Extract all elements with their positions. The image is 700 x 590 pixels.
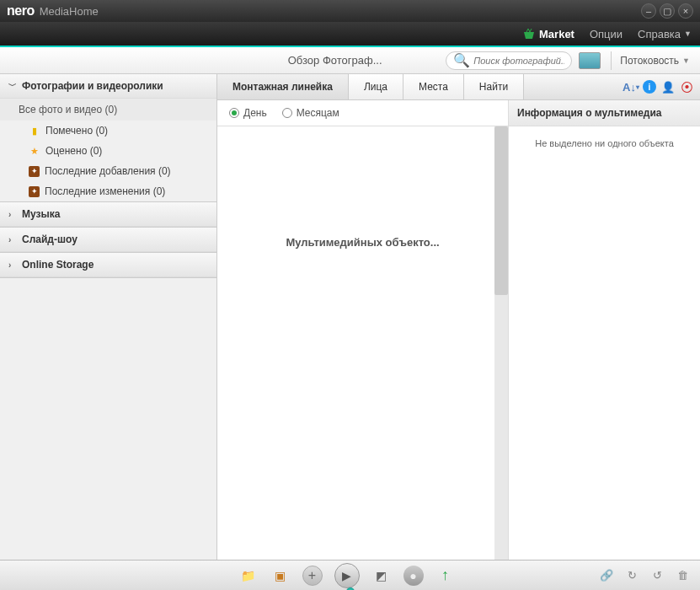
person-icon[interactable]: 👤 bbox=[661, 80, 675, 94]
add-folder-button[interactable]: 📁 bbox=[238, 566, 259, 586]
product-text: MediaHome bbox=[40, 5, 99, 18]
radio-icon bbox=[282, 108, 292, 118]
brand-text: nero bbox=[7, 3, 35, 19]
basket-icon bbox=[522, 28, 536, 40]
market-link[interactable]: Market bbox=[522, 28, 574, 40]
sidebar-item-tagged[interactable]: ▮ Помечено (0) bbox=[0, 121, 216, 141]
upload-button[interactable]: ↑ bbox=[435, 566, 456, 586]
search-icon: 🔍 bbox=[453, 52, 470, 68]
info-panel: Информация о мультимедиа Не выделено ни … bbox=[508, 100, 700, 560]
stack-button[interactable]: ▣ bbox=[270, 566, 291, 586]
search-box[interactable]: 🔍 bbox=[446, 51, 572, 70]
toolbar: Обзор Фотограф... 🔍 Потоковость ▼ bbox=[0, 47, 700, 74]
trash-button[interactable]: 🗑 bbox=[675, 568, 690, 583]
scrollbar-thumb[interactable] bbox=[494, 126, 508, 295]
close-button[interactable]: × bbox=[678, 3, 693, 19]
rotate-button[interactable]: ↺ bbox=[649, 568, 665, 583]
minimize-button[interactable]: – bbox=[641, 3, 656, 19]
radio-month[interactable]: Месяцам bbox=[282, 107, 339, 119]
sidebar-section-slideshow[interactable]: › Слайд-шоу bbox=[0, 228, 216, 252]
sidebar-section-photos[interactable]: ﹀ Фотографии и видеоролики bbox=[0, 74, 216, 99]
play-button[interactable]: ▶ bbox=[334, 563, 360, 588]
chevron-down-icon: ﹀ bbox=[8, 80, 17, 92]
sidebar-section-storage[interactable]: › Online Storage bbox=[0, 253, 216, 277]
page-title: Обзор Фотограф... bbox=[5, 54, 446, 67]
refresh-button[interactable]: ↻ bbox=[624, 568, 639, 583]
link-button[interactable]: 🔗 bbox=[599, 568, 614, 583]
location-icon[interactable]: ⦿ bbox=[680, 80, 693, 94]
app-logo: nero MediaHome bbox=[7, 3, 99, 19]
bookmark-icon: ▮ bbox=[29, 125, 40, 137]
info-button[interactable]: i bbox=[643, 80, 656, 94]
star-icon: ★ bbox=[29, 145, 40, 157]
tab-faces[interactable]: Лица bbox=[349, 74, 403, 99]
help-menu[interactable]: Справка▼ bbox=[638, 28, 692, 40]
sidebar: ﹀ Фотографии и видеоролики Все фото и ви… bbox=[0, 74, 217, 560]
filter-bar: День Месяцам bbox=[217, 100, 508, 126]
sidebar-item-rated[interactable]: ★ Оценено (0) bbox=[0, 141, 216, 161]
box-icon: ✦ bbox=[29, 166, 40, 177]
media-viewer: Мультимедийных объекто... bbox=[217, 126, 508, 560]
chevron-down-icon: ▼ bbox=[684, 30, 692, 38]
sidebar-item-recent-edit[interactable]: ✦ Последние изменения (0) bbox=[0, 181, 216, 201]
chevron-right-icon: › bbox=[8, 235, 17, 244]
sort-button[interactable]: A↓▾ bbox=[624, 80, 638, 94]
sidebar-item-recent-add[interactable]: ✦ Последние добавления (0) bbox=[0, 161, 216, 181]
radio-icon bbox=[229, 108, 239, 118]
search-input[interactable] bbox=[473, 56, 564, 66]
radio-day[interactable]: День bbox=[229, 107, 267, 119]
tab-timeline[interactable]: Монтажная линейка bbox=[217, 74, 349, 99]
titlebar: nero MediaHome – ▢ × bbox=[0, 0, 700, 22]
tabs: Монтажная линейка Лица Места Найти A↓▾ i… bbox=[217, 74, 700, 100]
info-panel-empty: Не выделено ни одного объекта bbox=[509, 126, 700, 160]
chevron-down-icon: ▼ bbox=[682, 56, 690, 65]
main-area: Монтажная линейка Лица Места Найти A↓▾ i… bbox=[217, 74, 700, 560]
menubar: Market Опции Справка▼ bbox=[0, 22, 700, 47]
sidebar-item-all[interactable]: Все фото и видео (0) bbox=[0, 99, 216, 121]
maximize-button[interactable]: ▢ bbox=[660, 3, 675, 19]
chevron-right-icon: › bbox=[8, 260, 17, 270]
tab-find[interactable]: Найти bbox=[464, 74, 524, 99]
scrollbar[interactable] bbox=[494, 126, 508, 560]
stream-button[interactable]: Потоковость ▼ bbox=[615, 55, 695, 67]
globe-button[interactable]: ● bbox=[403, 566, 424, 586]
add-button[interactable]: + bbox=[302, 566, 323, 586]
tab-places[interactable]: Места bbox=[403, 74, 464, 99]
screen-icon[interactable] bbox=[579, 52, 601, 69]
box-icon: ✦ bbox=[29, 186, 40, 197]
chevron-right-icon: › bbox=[8, 210, 17, 219]
empty-message: Мультимедийных объекто... bbox=[286, 236, 439, 249]
bottom-toolbar: 📁 ▣ + ▶ ◩ ● ↑ 🔗 ↻ ↺ 🗑 bbox=[0, 560, 700, 590]
info-panel-title: Информация о мультимедиа bbox=[509, 100, 700, 126]
sidebar-section-music[interactable]: › Музыка bbox=[0, 202, 216, 227]
options-menu[interactable]: Опции bbox=[590, 28, 623, 40]
edit-button[interactable]: ◩ bbox=[371, 566, 392, 586]
